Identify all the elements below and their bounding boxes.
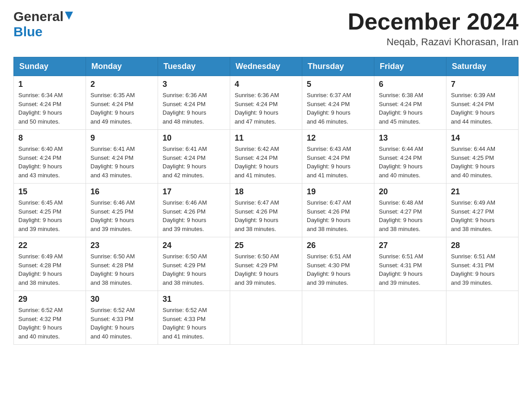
day-info: Sunrise: 6:51 AM Sunset: 4:31 PM Dayligh… <box>379 252 442 287</box>
day-info: Sunrise: 6:36 AM Sunset: 4:24 PM Dayligh… <box>163 91 225 126</box>
day-info: Sunrise: 6:49 AM Sunset: 4:27 PM Dayligh… <box>451 198 514 233</box>
day-number: 23 <box>90 241 153 250</box>
svg-marker-0 <box>65 12 73 20</box>
day-info: Sunrise: 6:49 AM Sunset: 4:28 PM Dayligh… <box>18 252 81 287</box>
day-number: 24 <box>163 241 225 250</box>
page-header: General Blue December 2024 Neqab, Razavi… <box>13 9 519 48</box>
calendar-cell: 29 Sunrise: 6:52 AM Sunset: 4:32 PM Dayl… <box>14 291 86 345</box>
day-info: Sunrise: 6:37 AM Sunset: 4:24 PM Dayligh… <box>307 91 369 126</box>
day-number: 28 <box>451 241 514 250</box>
week-row-3: 15 Sunrise: 6:45 AM Sunset: 4:25 PM Dayl… <box>14 184 519 237</box>
day-info: Sunrise: 6:51 AM Sunset: 4:31 PM Dayligh… <box>451 252 514 287</box>
calendar-cell: 16 Sunrise: 6:46 AM Sunset: 4:25 PM Dayl… <box>86 184 158 237</box>
calendar-title: December 2024 <box>348 9 519 34</box>
day-number: 18 <box>235 187 297 197</box>
calendar-cell: 25 Sunrise: 6:50 AM Sunset: 4:29 PM Dayl… <box>230 237 302 291</box>
calendar-cell <box>230 291 302 345</box>
day-info: Sunrise: 6:46 AM Sunset: 4:26 PM Dayligh… <box>163 198 225 233</box>
header-friday: Friday <box>374 57 446 76</box>
calendar-cell: 26 Sunrise: 6:51 AM Sunset: 4:30 PM Dayl… <box>302 237 374 291</box>
calendar-cell: 10 Sunrise: 6:41 AM Sunset: 4:24 PM Dayl… <box>158 130 230 184</box>
calendar-cell: 8 Sunrise: 6:40 AM Sunset: 4:24 PM Dayli… <box>14 130 86 184</box>
calendar-cell: 2 Sunrise: 6:35 AM Sunset: 4:24 PM Dayli… <box>86 76 158 130</box>
calendar-cell <box>446 291 519 345</box>
day-number: 20 <box>379 187 442 197</box>
day-number: 29 <box>18 295 81 304</box>
calendar-cell: 15 Sunrise: 6:45 AM Sunset: 4:25 PM Dayl… <box>14 184 86 237</box>
day-number: 19 <box>307 187 369 197</box>
day-number: 25 <box>235 241 297 250</box>
day-info: Sunrise: 6:52 AM Sunset: 4:33 PM Dayligh… <box>163 306 225 341</box>
calendar-table: Sunday Monday Tuesday Wednesday Thursday… <box>13 57 519 345</box>
week-row-4: 22 Sunrise: 6:49 AM Sunset: 4:28 PM Dayl… <box>14 237 519 291</box>
week-row-2: 8 Sunrise: 6:40 AM Sunset: 4:24 PM Dayli… <box>14 130 519 184</box>
day-info: Sunrise: 6:36 AM Sunset: 4:24 PM Dayligh… <box>235 91 297 126</box>
calendar-subtitle: Neqab, Razavi Khorasan, Iran <box>348 36 519 48</box>
day-number: 22 <box>18 241 81 250</box>
calendar-cell: 19 Sunrise: 6:47 AM Sunset: 4:26 PM Dayl… <box>302 184 374 237</box>
calendar-cell: 18 Sunrise: 6:47 AM Sunset: 4:26 PM Dayl… <box>230 184 302 237</box>
day-info: Sunrise: 6:41 AM Sunset: 4:24 PM Dayligh… <box>163 145 225 180</box>
day-number: 1 <box>18 80 81 89</box>
day-number: 9 <box>90 133 153 143</box>
day-number: 27 <box>379 241 442 250</box>
day-number: 26 <box>307 241 369 250</box>
day-number: 8 <box>18 133 81 143</box>
calendar-cell: 22 Sunrise: 6:49 AM Sunset: 4:28 PM Dayl… <box>14 237 86 291</box>
day-info: Sunrise: 6:42 AM Sunset: 4:24 PM Dayligh… <box>235 145 297 180</box>
calendar-cell: 21 Sunrise: 6:49 AM Sunset: 4:27 PM Dayl… <box>446 184 519 237</box>
day-number: 21 <box>451 187 514 197</box>
calendar-cell: 6 Sunrise: 6:38 AM Sunset: 4:24 PM Dayli… <box>374 76 446 130</box>
calendar-cell: 30 Sunrise: 6:52 AM Sunset: 4:33 PM Dayl… <box>86 291 158 345</box>
day-info: Sunrise: 6:34 AM Sunset: 4:24 PM Dayligh… <box>18 91 81 126</box>
calendar-cell: 13 Sunrise: 6:44 AM Sunset: 4:24 PM Dayl… <box>374 130 446 184</box>
calendar-cell: 24 Sunrise: 6:50 AM Sunset: 4:29 PM Dayl… <box>158 237 230 291</box>
day-info: Sunrise: 6:50 AM Sunset: 4:28 PM Dayligh… <box>90 252 153 287</box>
week-row-5: 29 Sunrise: 6:52 AM Sunset: 4:32 PM Dayl… <box>14 291 519 345</box>
day-info: Sunrise: 6:46 AM Sunset: 4:25 PM Dayligh… <box>90 198 153 233</box>
day-info: Sunrise: 6:50 AM Sunset: 4:29 PM Dayligh… <box>163 252 225 287</box>
day-info: Sunrise: 6:47 AM Sunset: 4:26 PM Dayligh… <box>307 198 369 233</box>
day-info: Sunrise: 6:39 AM Sunset: 4:24 PM Dayligh… <box>451 91 514 126</box>
header-sunday: Sunday <box>14 57 86 76</box>
calendar-cell: 4 Sunrise: 6:36 AM Sunset: 4:24 PM Dayli… <box>230 76 302 130</box>
calendar-title-block: December 2024 Neqab, Razavi Khorasan, Ir… <box>348 9 519 48</box>
day-number: 11 <box>235 133 297 143</box>
day-number: 30 <box>90 295 153 304</box>
calendar-cell: 3 Sunrise: 6:36 AM Sunset: 4:24 PM Dayli… <box>158 76 230 130</box>
header-tuesday: Tuesday <box>158 57 230 76</box>
weekday-header-row: Sunday Monday Tuesday Wednesday Thursday… <box>14 57 519 76</box>
header-monday: Monday <box>86 57 158 76</box>
day-info: Sunrise: 6:41 AM Sunset: 4:24 PM Dayligh… <box>90 145 153 180</box>
day-number: 16 <box>90 187 153 197</box>
day-number: 6 <box>379 80 442 89</box>
day-number: 10 <box>163 133 225 143</box>
calendar-cell: 5 Sunrise: 6:37 AM Sunset: 4:24 PM Dayli… <box>302 76 374 130</box>
day-number: 17 <box>163 187 225 197</box>
day-info: Sunrise: 6:52 AM Sunset: 4:32 PM Dayligh… <box>18 306 81 341</box>
day-info: Sunrise: 6:52 AM Sunset: 4:33 PM Dayligh… <box>90 306 153 341</box>
logo-triangle-icon <box>65 12 73 20</box>
header-wednesday: Wednesday <box>230 57 302 76</box>
logo-general-text: General <box>13 9 64 24</box>
day-number: 5 <box>307 80 369 89</box>
logo: General Blue <box>13 9 73 39</box>
calendar-cell: 1 Sunrise: 6:34 AM Sunset: 4:24 PM Dayli… <box>14 76 86 130</box>
calendar-cell: 11 Sunrise: 6:42 AM Sunset: 4:24 PM Dayl… <box>230 130 302 184</box>
calendar-cell: 9 Sunrise: 6:41 AM Sunset: 4:24 PM Dayli… <box>86 130 158 184</box>
day-info: Sunrise: 6:44 AM Sunset: 4:24 PM Dayligh… <box>379 145 442 180</box>
day-number: 14 <box>451 133 514 143</box>
day-info: Sunrise: 6:44 AM Sunset: 4:25 PM Dayligh… <box>451 145 514 180</box>
calendar-cell: 12 Sunrise: 6:43 AM Sunset: 4:24 PM Dayl… <box>302 130 374 184</box>
calendar-cell: 27 Sunrise: 6:51 AM Sunset: 4:31 PM Dayl… <box>374 237 446 291</box>
calendar-cell: 7 Sunrise: 6:39 AM Sunset: 4:24 PM Dayli… <box>446 76 519 130</box>
calendar-cell <box>302 291 374 345</box>
calendar-cell: 14 Sunrise: 6:44 AM Sunset: 4:25 PM Dayl… <box>446 130 519 184</box>
day-number: 15 <box>18 187 81 197</box>
week-row-1: 1 Sunrise: 6:34 AM Sunset: 4:24 PM Dayli… <box>14 76 519 130</box>
header-saturday: Saturday <box>446 57 519 76</box>
day-info: Sunrise: 6:43 AM Sunset: 4:24 PM Dayligh… <box>307 145 369 180</box>
calendar-cell <box>374 291 446 345</box>
day-number: 7 <box>451 80 514 89</box>
day-number: 31 <box>163 295 225 304</box>
